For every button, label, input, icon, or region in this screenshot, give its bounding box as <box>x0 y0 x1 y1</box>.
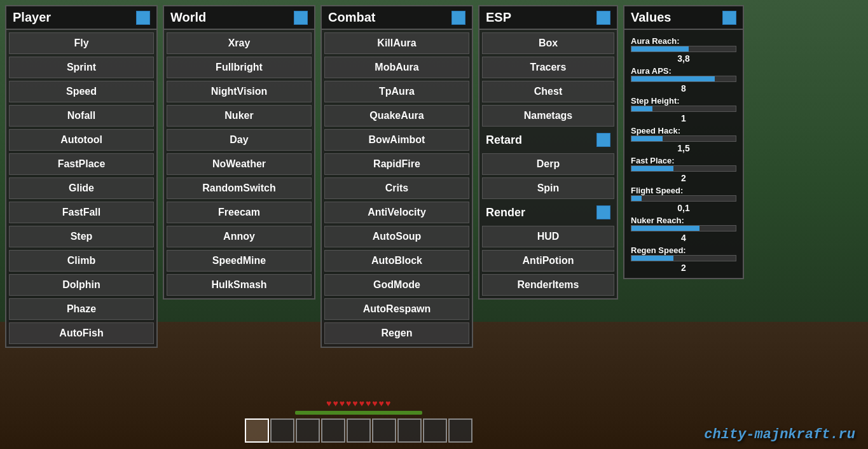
value-number-0: 3,8 <box>631 53 736 64</box>
world-item-annoy[interactable]: Annoy <box>167 226 312 247</box>
hotbar-slot-6[interactable] <box>397 418 422 443</box>
combat-item-bowaimbot[interactable]: BowAimbot <box>324 129 469 151</box>
combat-item-godmode[interactable]: GodMode <box>324 274 469 296</box>
esp-item-box[interactable]: Box <box>482 32 614 54</box>
world-item-noweather[interactable]: NoWeather <box>167 153 312 175</box>
slider-fill-5 <box>631 196 642 201</box>
combat-item-crits[interactable]: Crits <box>324 177 469 199</box>
values-panel: Values Aura Reach:3,8Aura APS:8Step Heig… <box>623 5 744 279</box>
value-label-0: Aura Reach: <box>631 36 736 46</box>
player-panel-title: Player <box>13 10 51 25</box>
slider-row-6[interactable] <box>631 225 736 231</box>
world-item-speedmine[interactable]: SpeedMine <box>167 250 312 272</box>
value-number-5: 0,1 <box>631 203 736 213</box>
world-item-nightvision[interactable]: NightVision <box>167 81 312 102</box>
hearts-row: ♥♥♥♥♥♥♥♥♥♥ <box>326 398 390 408</box>
esp-retard-toggle[interactable] <box>596 133 610 147</box>
player-item-dolphin[interactable]: Dolphin <box>9 274 154 296</box>
esp-item-derp[interactable]: Derp <box>482 153 614 175</box>
combat-item-autosoup[interactable]: AutoSoup <box>324 226 469 247</box>
hotbar: ♥♥♥♥♥♥♥♥♥♥ <box>245 398 472 443</box>
slider-fill-0 <box>631 46 689 52</box>
hotbar-slot-7[interactable] <box>423 418 447 443</box>
slider-row-3[interactable] <box>631 135 736 142</box>
player-item-sprint[interactable]: Sprint <box>9 57 154 78</box>
slider-row-5[interactable] <box>631 195 736 202</box>
combat-item-quakeaura[interactable]: QuakeAura <box>324 105 469 127</box>
hotbar-slots <box>245 418 472 443</box>
combat-item-tpaura[interactable]: TpAura <box>324 81 469 102</box>
world-item-xray[interactable]: Xray <box>167 32 312 54</box>
world-panel-toggle[interactable] <box>294 11 308 25</box>
heart-3: ♥ <box>346 398 351 408</box>
esp-item-chest[interactable]: Chest <box>482 81 614 102</box>
esp-item-spin[interactable]: Spin <box>482 177 614 199</box>
esp-item-hud[interactable]: HUD <box>482 226 614 247</box>
esp-panel-title: ESP <box>486 10 511 25</box>
slider-track-3 <box>631 135 736 142</box>
watermark: chity-majnkraft.ru <box>704 427 855 443</box>
world-item-hulksmash[interactable]: HulkSmash <box>167 274 312 296</box>
slider-row-2[interactable] <box>631 106 736 112</box>
world-item-randomswitch[interactable]: RandomSwitch <box>167 177 312 199</box>
player-item-nofall[interactable]: Nofall <box>9 105 154 127</box>
player-item-fastfall[interactable]: FastFall <box>9 202 154 223</box>
value-label-4: Fast Place: <box>631 156 736 165</box>
value-number-6: 4 <box>631 233 736 243</box>
esp-panel-toggle[interactable] <box>596 11 610 25</box>
hotbar-slot-8[interactable] <box>448 418 472 443</box>
value-label-6: Nuker Reach: <box>631 216 736 225</box>
heart-1: ♥ <box>333 398 338 408</box>
combat-item-mobaura[interactable]: MobAura <box>324 57 469 78</box>
player-panel-toggle[interactable] <box>136 11 150 25</box>
hotbar-slot-2[interactable] <box>296 418 320 443</box>
slider-row-0[interactable] <box>631 46 736 52</box>
hotbar-slot-1[interactable] <box>270 418 294 443</box>
slider-row-7[interactable] <box>631 255 736 261</box>
combat-item-rapidfire[interactable]: RapidFire <box>324 153 469 175</box>
ui-overlay: Player FlySprintSpeedNofallAutotoolFastP… <box>0 0 868 449</box>
combat-item-autorespawn[interactable]: AutoRespawn <box>324 298 469 320</box>
esp-item-tracers[interactable]: Tracers <box>482 57 614 78</box>
player-item-speed[interactable]: Speed <box>9 81 154 102</box>
values-panel-header: Values <box>624 6 743 30</box>
hotbar-slot-5[interactable] <box>372 418 396 443</box>
slider-row-1[interactable] <box>631 76 736 82</box>
slider-fill-2 <box>631 106 652 111</box>
player-item-glide[interactable]: Glide <box>9 177 154 199</box>
hotbar-slot-4[interactable] <box>347 418 371 443</box>
player-item-autofish[interactable]: AutoFish <box>9 322 154 344</box>
world-item-day[interactable]: Day <box>167 129 312 151</box>
world-panel-title: World <box>170 10 206 25</box>
combat-item-autoblock[interactable]: AutoBlock <box>324 250 469 272</box>
hotbar-slot-0[interactable] <box>245 418 269 443</box>
player-item-fly[interactable]: Fly <box>9 32 154 54</box>
player-item-phaze[interactable]: Phaze <box>9 298 154 320</box>
player-item-step[interactable]: Step <box>9 226 154 247</box>
panels-row: Player FlySprintSpeedNofallAutotoolFastP… <box>0 0 868 348</box>
slider-fill-4 <box>631 166 673 171</box>
world-item-freecam[interactable]: Freecam <box>167 202 312 223</box>
combat-panel-toggle[interactable] <box>451 11 465 25</box>
heart-9: ♥ <box>385 398 390 408</box>
esp-item-renderitems[interactable]: RenderItems <box>482 274 614 296</box>
combat-panel-header: Combat <box>322 6 472 30</box>
slider-row-4[interactable] <box>631 165 736 172</box>
esp-item-antipotion[interactable]: AntiPotion <box>482 250 614 272</box>
esp-item-nametags[interactable]: Nametags <box>482 105 614 127</box>
world-item-fullbright[interactable]: Fullbright <box>167 57 312 78</box>
slider-track-2 <box>631 106 736 112</box>
values-content: Aura Reach:3,8Aura APS:8Step Height:1Spe… <box>624 30 743 278</box>
values-panel-toggle[interactable] <box>722 11 736 25</box>
esp-render-toggle[interactable] <box>596 205 610 219</box>
player-item-autotool[interactable]: Autotool <box>9 129 154 151</box>
hotbar-slot-3[interactable] <box>321 418 345 443</box>
player-item-climb[interactable]: Climb <box>9 250 154 272</box>
player-item-fastplace[interactable]: FastPlace <box>9 153 154 175</box>
combat-item-antivelocity[interactable]: AntiVelocity <box>324 202 469 223</box>
combat-item-killaura[interactable]: KillAura <box>324 32 469 54</box>
world-item-nuker[interactable]: Nuker <box>167 105 312 127</box>
player-panel-header: Player <box>6 6 156 30</box>
combat-item-regen[interactable]: Regen <box>324 322 469 344</box>
slider-fill-7 <box>631 256 673 261</box>
